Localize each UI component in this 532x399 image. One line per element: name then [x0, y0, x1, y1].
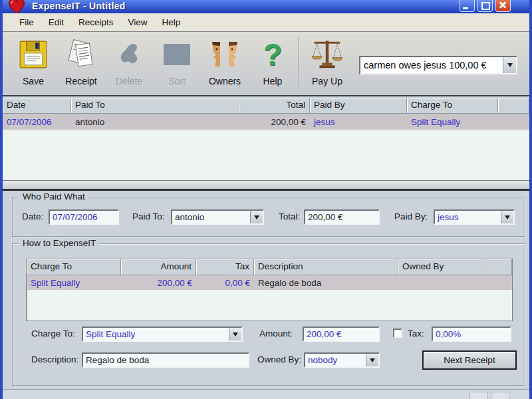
cell-tax: 0,00 € [196, 278, 254, 288]
paid-by-label: Paid By: [394, 211, 428, 221]
col-charge-to[interactable]: Charge To [407, 98, 498, 113]
who-paid-what-title: Who Paid What [19, 192, 88, 201]
expense-lines-header: Charge To Amount Tax Description Owned B… [27, 259, 512, 275]
help-label: Help [263, 76, 283, 86]
status-pane [491, 392, 509, 399]
paid-by-value: jesus [435, 212, 501, 222]
paid-to-label: Paid To: [132, 211, 165, 221]
col-empty [498, 98, 529, 113]
charge-to-value: Split Equally [83, 329, 229, 339]
menu-view[interactable]: View [121, 15, 155, 30]
save-label: Save [23, 76, 44, 86]
owners-faces-icon [208, 36, 241, 73]
menu-file[interactable]: File [12, 15, 41, 30]
sort-button: Sort [153, 36, 201, 86]
paid-to-combobox[interactable]: antonio [171, 209, 264, 225]
tax-input[interactable] [432, 327, 511, 342]
cell-total: 200,00 € [239, 117, 310, 127]
amount-label: Amount: [259, 329, 293, 338]
menu-receipts[interactable]: Receipts [71, 15, 121, 30]
title-bar[interactable]: ExpenseIT - Untitled [3, 0, 529, 13]
who-paid-what-groupbox: Who Paid What Date: Paid To: antonio Tot… [12, 197, 525, 237]
splitter-handle[interactable] [3, 180, 529, 191]
dropdown-arrow-icon[interactable] [250, 211, 263, 223]
col-description[interactable]: Description [254, 259, 398, 275]
cell-date: 07/07/2006 [3, 117, 71, 127]
dropdown-arrow-icon[interactable] [366, 354, 378, 366]
how-to-expenseit-title: How to ExpenseIT [19, 238, 99, 248]
dropdown-arrow-icon[interactable] [503, 57, 516, 73]
save-button[interactable]: Save [9, 36, 57, 86]
owned-by-label: Owned By: [257, 354, 301, 364]
total-label: Total: [279, 211, 300, 221]
sort-label: Sort [168, 76, 186, 86]
cell-description: Regalo de boda [254, 278, 398, 288]
receipt-icon [65, 36, 98, 73]
dropdown-arrow-icon[interactable] [229, 328, 241, 340]
question-mark-icon: ? [256, 36, 289, 73]
col-amount[interactable]: Amount [121, 259, 196, 275]
total-input[interactable] [304, 209, 380, 225]
col-date[interactable]: Date [3, 98, 71, 113]
expense-line-row[interactable]: Split Equally 200,00 € 0,00 € Regalo de … [27, 275, 512, 290]
detail-panel: Who Paid What Date: Paid To: antonio Tot… [3, 193, 529, 390]
owned-by-combobox[interactable]: nobody [304, 352, 380, 368]
toolbar: Save [3, 32, 529, 96]
minimize-button[interactable] [460, 0, 475, 12]
charge-to-label: Charge To: [31, 329, 75, 338]
delete-button: Delete [105, 36, 153, 86]
owners-label: Owners [209, 76, 241, 86]
maximize-button[interactable] [477, 0, 493, 12]
menu-edit[interactable]: Edit [41, 15, 71, 30]
cell-paid-to: antonio [71, 117, 239, 127]
date-input[interactable] [49, 209, 119, 225]
col-paid-to[interactable]: Paid To [71, 98, 239, 113]
pay-up-label: Pay Up [312, 76, 342, 86]
balance-dropdown-value: carmen owes jesus 100,00 € [360, 60, 503, 70]
description-input[interactable] [82, 352, 249, 368]
amount-input[interactable] [303, 327, 380, 342]
dropdown-arrow-icon[interactable] [501, 211, 513, 223]
expense-lines-table: Charge To Amount Tax Description Owned B… [26, 259, 513, 321]
how-to-expenseit-groupbox: How to ExpenseIT Charge To Amount Tax De… [12, 243, 525, 386]
help-button[interactable]: ? Help [249, 36, 297, 86]
tax-checkbox[interactable] [393, 329, 402, 338]
receipts-table-header: Date Paid To Total Paid By Charge To [3, 98, 529, 114]
app-window: ExpenseIT - Untitled File Edit Receipts … [0, 0, 532, 399]
balance-scales-icon [311, 36, 344, 73]
window-title: ExpenseIT - Untitled [32, 1, 126, 11]
col-total[interactable]: Total [239, 98, 310, 113]
receipt-label: Receipt [65, 76, 96, 86]
pay-up-button[interactable]: Pay Up [303, 36, 351, 86]
cell-charge-to: Split Equally [27, 278, 121, 288]
menu-help[interactable]: Help [155, 15, 188, 30]
charge-to-combobox[interactable]: Split Equally [82, 327, 243, 342]
status-bar [3, 389, 529, 399]
status-pane [469, 392, 488, 399]
toolbar-separator [298, 37, 299, 86]
owners-button[interactable]: Owners [201, 36, 249, 86]
col-tax[interactable]: Tax [196, 259, 254, 275]
date-label: Date: [22, 211, 43, 221]
tax-label: Tax: [408, 329, 424, 338]
cell-amount: 200,00 € [121, 278, 196, 288]
paid-to-value: antonio [172, 212, 250, 222]
delete-label: Delete [116, 76, 142, 86]
balance-dropdown[interactable]: carmen owes jesus 100,00 € [359, 56, 517, 74]
col-owned-by[interactable]: Owned By [398, 259, 485, 275]
col-empty [485, 259, 512, 275]
cell-paid-by: jesus [310, 117, 407, 127]
col-charge-to[interactable]: Charge To [27, 259, 121, 275]
receipt-row[interactable]: 07/07/2006 antonio 200,00 € jesus Split … [3, 114, 529, 130]
receipt-button[interactable]: Receipt [57, 36, 105, 86]
close-button[interactable] [495, 0, 511, 12]
description-label: Description: [31, 354, 78, 364]
next-receipt-button[interactable]: Next Receipt [422, 350, 517, 370]
owned-by-value: nobody [305, 355, 366, 365]
cell-charge-to: Split Equally [407, 117, 498, 127]
paid-by-combobox[interactable]: jesus [434, 209, 515, 225]
col-paid-by[interactable]: Paid By [310, 98, 407, 113]
delete-icon [112, 36, 146, 73]
menu-bar: File Edit Receipts View Help [3, 13, 529, 32]
floppy-disk-icon [17, 36, 50, 73]
